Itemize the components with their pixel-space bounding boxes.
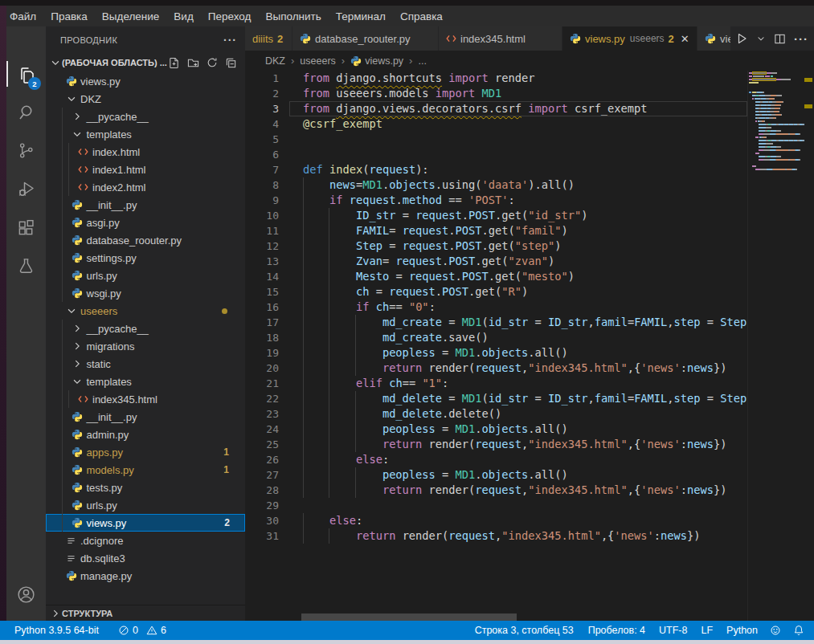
tree-folder-__pycache__[interactable]: __pycache__	[46, 108, 245, 125]
tree-file-models.py[interactable]: models.py1	[46, 461, 245, 479]
activity-extensions-icon[interactable]	[6, 211, 46, 243]
indent-guide	[355, 361, 356, 376]
menu-item[interactable]: Справка	[393, 10, 450, 22]
tree-folder-migrations[interactable]: migrations	[46, 337, 245, 355]
tree-file-urls.py[interactable]: urls.py	[46, 496, 245, 514]
tab-index345.html[interactable]: index345.html	[439, 26, 562, 51]
tree-file-apps.py[interactable]: apps.py1	[46, 443, 245, 461]
warning-icon	[146, 625, 157, 636]
encoding[interactable]: UTF-8	[659, 625, 687, 636]
tree-file-index.html[interactable]: index.html	[46, 143, 245, 161]
tab-database_roouter.py[interactable]: database_roouter.py	[292, 26, 439, 51]
new-folder-icon[interactable]	[187, 57, 199, 69]
split-editor-icon[interactable]	[774, 33, 786, 45]
breadcrumb-separator: ›	[409, 55, 412, 67]
workspace-section-header[interactable]: (РАБОЧАЯ ОБЛАСТЬ) ...	[46, 53, 245, 72]
menu-item[interactable]: Файл	[6, 10, 43, 22]
outline-section-header[interactable]: СТРУКТУРА	[46, 605, 245, 621]
indent-guide	[303, 284, 304, 300]
tree-file-admin.py[interactable]: admin.py	[46, 426, 245, 443]
tree-file-index345.html[interactable]: index345.html	[46, 390, 245, 408]
menu-item[interactable]: Выполнить	[258, 10, 328, 22]
activity-account-icon[interactable]	[6, 578, 46, 610]
activity-run-debug-icon[interactable]	[6, 173, 46, 205]
breadcrumb-item[interactable]: DKZ	[265, 55, 285, 67]
breadcrumb-item[interactable]: useeers	[300, 55, 335, 67]
tree-folder-__pycache__[interactable]: __pycache__	[46, 320, 245, 337]
tree-file-db.sqlite3[interactable]: db.sqlite3	[46, 549, 245, 567]
activity-testing-icon[interactable]	[6, 250, 46, 282]
tab-vie[interactable]: vie	[697, 26, 731, 51]
line-text: ch = request.POST.get("R")	[279, 284, 528, 300]
tree-file-.dcignore[interactable]: .dcignore	[46, 532, 245, 549]
language-mode[interactable]: Python	[726, 625, 758, 636]
more-icon[interactable]: ···	[794, 32, 808, 46]
tree-file-database_roouter.py[interactable]: database_roouter.py	[46, 231, 245, 249]
indent-guide	[329, 223, 329, 238]
tree-file-index2.html[interactable]: index2.html	[46, 178, 245, 196]
refresh-icon[interactable]	[207, 57, 218, 69]
chevron-down-icon[interactable]	[756, 34, 766, 43]
tree-file-__init__.py[interactable]: __init__.py	[46, 196, 245, 214]
minimap[interactable]	[747, 71, 804, 621]
tree-file-wsgi.py[interactable]: wsgi.py	[46, 284, 245, 302]
bell-icon[interactable]	[793, 625, 804, 636]
sidebar-explorer: ПРОВОДНИК ··· (РАБОЧАЯ ОБЛАСТЬ) ... view…	[46, 26, 245, 621]
menu-item[interactable]: Выделение	[95, 10, 167, 22]
problems-badge: 1	[223, 464, 244, 475]
indent-guide	[355, 391, 356, 406]
line-number: 31	[245, 528, 279, 544]
tree-file-__init__.py[interactable]: __init__.py	[46, 408, 245, 426]
tree-file-asgi.py[interactable]: asgi.py	[46, 214, 245, 231]
cursor-position[interactable]: Строка 3, столбец 53	[475, 625, 574, 636]
tree-file-views.py[interactable]: views.py	[46, 72, 245, 90]
tree-file-views.py[interactable]: views.py2	[46, 514, 245, 532]
tree-folder-DKZ[interactable]: DKZ	[46, 90, 245, 108]
more-actions-icon[interactable]: ···	[223, 34, 237, 47]
tree-file-index1.html[interactable]: index1.html	[46, 161, 245, 178]
menu-item[interactable]: Переход	[201, 10, 259, 22]
activity-source-control-icon[interactable]	[6, 134, 46, 166]
close-icon[interactable]: ✕	[681, 33, 689, 45]
activity-search-icon[interactable]	[6, 96, 46, 128]
tree-file-settings.py[interactable]: settings.py	[46, 249, 245, 267]
new-file-icon[interactable]	[168, 57, 180, 69]
tree-item-label: __init__.py	[87, 199, 137, 211]
tree-item-label: views.py	[80, 75, 121, 88]
breadcrumb-item[interactable]: views.py	[365, 55, 403, 67]
code-line: 14 Mesto = request.POST.get("mesto")	[245, 269, 747, 284]
collapse-all-icon[interactable]	[225, 57, 237, 69]
breadcrumb-item[interactable]: ...	[418, 55, 426, 67]
feedback-icon[interactable]	[770, 625, 781, 636]
indent-guide	[329, 528, 329, 544]
activity-explorer-icon[interactable]: 2	[6, 59, 46, 92]
tree-folder-templates[interactable]: templates	[46, 373, 245, 390]
tree-folder-useeers[interactable]: useeers	[46, 302, 245, 320]
tree-item-label: database_roouter.py	[87, 234, 182, 247]
indent-guide	[303, 177, 304, 193]
problems-badge: 1	[223, 446, 244, 458]
problems-indicator[interactable]: 06	[118, 625, 166, 636]
code-line: 16 if ch== "0":	[245, 300, 747, 315]
eol[interactable]: LF	[701, 625, 713, 636]
menu-item[interactable]: Терминал	[329, 10, 393, 22]
tree-file-tests.py[interactable]: tests.py	[46, 479, 245, 496]
menu-item[interactable]: Правка	[43, 10, 95, 22]
indentation[interactable]: Пробелов: 4	[588, 625, 645, 636]
python-version[interactable]: Python 3.9.5 64-bit	[14, 625, 99, 636]
menu-item[interactable]: Вид	[166, 10, 200, 22]
run-icon[interactable]	[735, 32, 748, 45]
tree-file-urls.py[interactable]: urls.py	[46, 267, 245, 284]
tree-item-label: templates	[87, 128, 132, 141]
tab-views.py[interactable]: views.pyuseeers2✕	[562, 26, 697, 51]
tree-folder-templates[interactable]: templates	[46, 125, 245, 143]
line-text: Step = request.POST.get("step")	[279, 238, 561, 254]
tree-folder-static[interactable]: static	[46, 355, 245, 373]
python-icon	[72, 429, 84, 440]
tree-file-manage.py[interactable]: manage.py	[46, 567, 245, 585]
code-line: 2from useeers.models import MD1	[245, 86, 747, 101]
line-text: return render(request,"index345.html",{'…	[279, 528, 701, 544]
tab-diiits[interactable]: diiits2	[245, 26, 292, 51]
code-editor[interactable]: 1from django.shortcuts import render2fro…	[245, 71, 747, 621]
tree-item-label: templates	[87, 376, 132, 388]
